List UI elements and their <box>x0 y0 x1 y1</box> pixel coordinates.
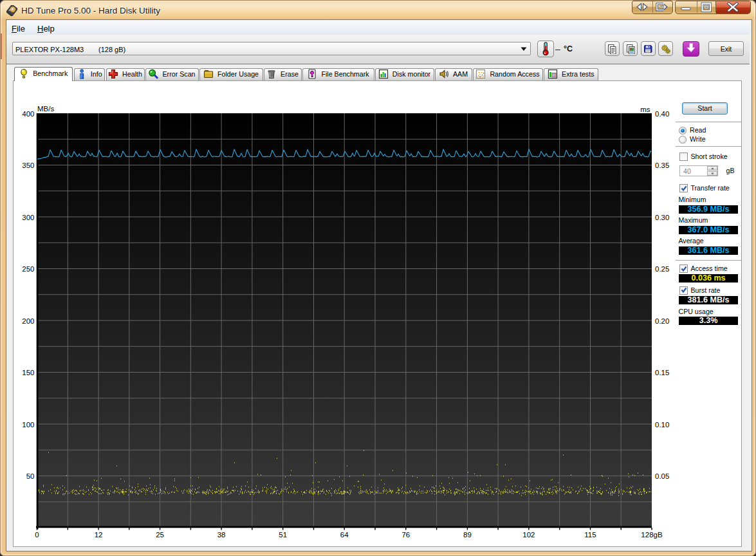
svg-text:300: 300 <box>22 214 34 221</box>
svg-text:400: 400 <box>22 110 34 118</box>
svg-text:100: 100 <box>22 421 34 429</box>
svg-text:0: 0 <box>35 531 39 539</box>
svg-text:150: 150 <box>22 369 34 376</box>
svg-text:0.25: 0.25 <box>655 265 669 273</box>
svg-text:38: 38 <box>217 531 226 539</box>
svg-text:0.05: 0.05 <box>655 472 669 480</box>
svg-text:76: 76 <box>401 531 410 539</box>
svg-text:350: 350 <box>22 162 34 169</box>
svg-text:ms: ms <box>640 106 650 113</box>
svg-text:MB/s: MB/s <box>37 105 54 113</box>
svg-text:0.15: 0.15 <box>655 369 669 376</box>
svg-text:89: 89 <box>463 531 472 539</box>
svg-text:0.30: 0.30 <box>655 214 669 221</box>
svg-text:0.20: 0.20 <box>655 317 669 325</box>
svg-text:102: 102 <box>522 531 535 539</box>
svg-text:51: 51 <box>279 531 287 539</box>
svg-text:50: 50 <box>26 472 35 480</box>
svg-text:64: 64 <box>340 531 349 539</box>
svg-text:115: 115 <box>584 531 596 539</box>
svg-text:12: 12 <box>95 531 103 539</box>
svg-text:0.35: 0.35 <box>655 162 669 169</box>
svg-text:128gB: 128gB <box>641 531 663 539</box>
svg-text:0.40: 0.40 <box>655 110 669 118</box>
svg-text:0.10: 0.10 <box>655 421 669 429</box>
svg-text:25: 25 <box>156 531 164 539</box>
svg-text:200: 200 <box>22 317 34 325</box>
svg-text:250: 250 <box>22 265 34 273</box>
